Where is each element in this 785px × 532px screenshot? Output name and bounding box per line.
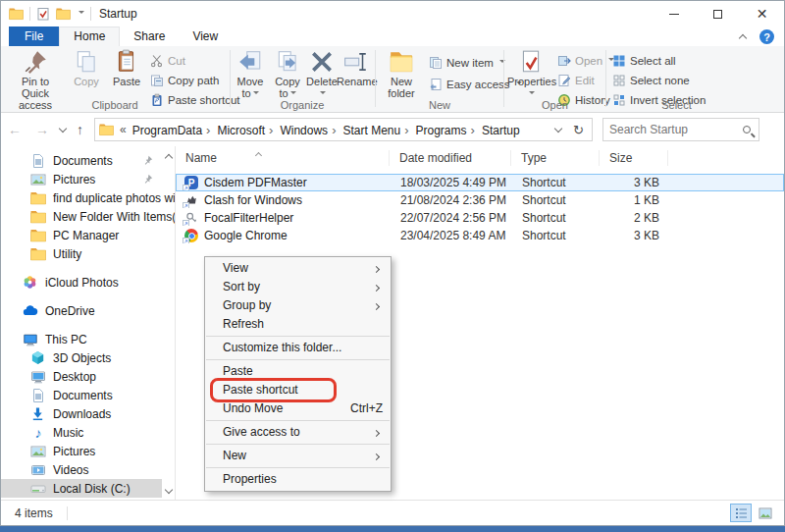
new-folder-button[interactable]: New folder	[380, 49, 423, 99]
sidebar-item-utility[interactable]: Utility	[1, 244, 175, 263]
sidebar-item-onedrive[interactable]: OneDrive	[1, 301, 175, 320]
breadcrumb-startup[interactable]: Startup	[469, 123, 522, 137]
sidebar-item-pictures[interactable]: Pictures	[1, 442, 175, 460]
column-header-size[interactable]: Size	[600, 150, 668, 166]
sidebar-item-find-duplicate-photos[interactable]: find duplicate photos win	[1, 188, 175, 207]
paste-button[interactable]: Paste	[107, 49, 146, 87]
tab-home[interactable]: Home	[59, 27, 120, 46]
up-button[interactable]: ↑	[70, 122, 90, 137]
file-row-clash-for-windows[interactable]: Clash for Windows 21/08/2024 2:36 PM Sho…	[176, 191, 784, 209]
column-header-type[interactable]: Type	[511, 150, 600, 166]
menu-item-properties[interactable]: Properties	[205, 470, 391, 489]
minimize-ribbon-icon[interactable]	[739, 34, 747, 42]
keyboard-shortcut: Ctrl+Z	[350, 399, 383, 418]
explorer-window: Startup ✕ File Home Share View ? Pin to …	[0, 0, 785, 526]
address-dropdown-caret-icon[interactable]	[554, 125, 562, 133]
address-bar[interactable]: « ProgramData Microsoft Windows Start Me…	[94, 118, 593, 141]
menu-item-paste-shortcut[interactable]: Paste shortcut	[205, 381, 391, 399]
clipboard-paste-icon	[114, 49, 139, 75]
divider	[90, 7, 91, 21]
sidebar-item-videos[interactable]: Videos	[1, 460, 175, 479]
menu-item-new[interactable]: New	[205, 447, 391, 465]
menu-item-view[interactable]: View	[205, 259, 391, 278]
sidebar-item-pictures-quick[interactable]: Pictures	[1, 170, 175, 188]
cut-button[interactable]: Cut	[150, 52, 185, 70]
menu-item-give-access-to[interactable]: Give access to	[205, 423, 391, 442]
menu-item-sort-by[interactable]: Sort by	[205, 278, 391, 296]
sidebar-item-new-folder-with-items[interactable]: New Folder With Items(1)	[1, 207, 175, 226]
breadcrumb-start-menu[interactable]: Start Menu	[330, 123, 402, 137]
recent-locations-caret-icon[interactable]	[56, 123, 70, 136]
menu-item-group-by[interactable]: Group by	[205, 296, 391, 315]
column-header-name[interactable]: Name	[176, 150, 390, 166]
sidebar-scroll-down-icon[interactable]	[166, 484, 172, 498]
minimize-button[interactable]	[652, 1, 696, 27]
group-label-select: Select	[606, 99, 747, 111]
details-view-button[interactable]	[730, 504, 752, 522]
refresh-icon[interactable]: ↻	[569, 123, 588, 137]
search-box[interactable]	[602, 118, 759, 141]
large-icons-view-button[interactable]	[755, 504, 776, 522]
breadcrumb-microsoft[interactable]: Microsoft	[204, 123, 267, 137]
menu-item-customize-this-folder[interactable]: Customize this folder...	[205, 339, 391, 357]
help-icon[interactable]: ?	[759, 29, 774, 44]
rename-button[interactable]: Rename	[337, 49, 376, 87]
breadcrumb-overflow[interactable]: «	[120, 123, 131, 136]
file-row-google-chrome[interactable]: Google Chrome 23/04/2025 8:49 AM Shortcu…	[176, 227, 784, 244]
properties-icon	[518, 49, 544, 75]
menu-item-refresh[interactable]: Refresh	[205, 315, 391, 334]
onedrive-cloud-icon	[23, 303, 38, 319]
sidebar-item-this-pc[interactable]: This PC	[1, 330, 175, 348]
delete-button[interactable]: Delete	[305, 49, 339, 99]
close-button[interactable]: ✕	[740, 1, 784, 27]
copy-path-button[interactable]: Copy path	[150, 72, 219, 89]
pushpin-icon	[23, 49, 48, 75]
select-none-button[interactable]: Select none	[612, 72, 690, 89]
menu-item-undo-move[interactable]: Undo MoveCtrl+Z	[205, 399, 391, 418]
move-to-button[interactable]: Move to	[233, 49, 268, 99]
search-icon[interactable]	[743, 126, 751, 133]
tab-view[interactable]: View	[179, 27, 232, 46]
divider	[206, 359, 390, 360]
qat-customize-caret-icon[interactable]	[78, 11, 84, 17]
icloud-photos-icon	[23, 275, 38, 291]
new-item-button[interactable]: New item	[429, 54, 505, 72]
shortcut-overlay-icon	[183, 202, 189, 208]
breadcrumb-programdata[interactable]: ProgramData	[131, 123, 204, 137]
sidebar-item-icloud-photos[interactable]: iCloud Photos	[1, 273, 175, 292]
select-all-button[interactable]: Select all	[612, 52, 676, 70]
file-row-cisdem-pdfmaster[interactable]: P Cisdem PDFMaster 18/03/2025 4:49 PM Sh…	[176, 174, 784, 191]
pin-icon	[142, 174, 153, 185]
copy-to-button[interactable]: Copy to	[270, 49, 305, 99]
search-input[interactable]	[609, 123, 743, 136]
sidebar-item-3d-objects[interactable]: 3D Objects	[1, 348, 175, 367]
back-button[interactable]: ←	[1, 122, 28, 137]
tab-file[interactable]: File	[9, 27, 59, 46]
properties-button[interactable]: Properties	[507, 49, 554, 99]
column-header-date-modified[interactable]: Date modified	[390, 150, 511, 166]
copy-path-icon	[150, 74, 164, 87]
disk-drive-icon	[30, 481, 46, 497]
edit-button[interactable]: Edit	[557, 72, 595, 89]
maximize-button[interactable]	[696, 1, 740, 27]
copy-button[interactable]: Copy	[68, 49, 105, 87]
breadcrumb-programs[interactable]: Programs	[402, 123, 468, 137]
sidebar-item-local-disk-c[interactable]: Local Disk (C:)	[1, 479, 162, 498]
sidebar-item-pc-manager[interactable]: PC Manager	[1, 226, 175, 244]
group-label-open: Open	[504, 99, 605, 111]
new-folder-icon	[389, 49, 414, 75]
group-label-new: New	[376, 99, 503, 111]
sidebar-item-music[interactable]: ♪ Music	[1, 423, 175, 442]
sidebar-item-downloads[interactable]: Downloads	[1, 404, 175, 423]
breadcrumb-windows[interactable]: Windows	[267, 123, 330, 137]
qat-folder-icon[interactable]	[56, 7, 71, 21]
qat-properties-check-icon[interactable]	[36, 7, 50, 21]
sidebar-item-documents-quick[interactable]: Documents	[1, 151, 175, 170]
sidebar-item-documents[interactable]: Documents	[1, 386, 175, 404]
desktop-icon	[30, 369, 46, 385]
file-row-focalfilterhelper[interactable]: FocalFilterHelper 22/07/2024 2:56 PM Sho…	[176, 209, 784, 227]
menu-item-paste[interactable]: Paste	[205, 362, 391, 381]
tab-share[interactable]: Share	[120, 27, 179, 46]
forward-button[interactable]: →	[28, 122, 56, 137]
sidebar-item-desktop[interactable]: Desktop	[1, 367, 175, 386]
